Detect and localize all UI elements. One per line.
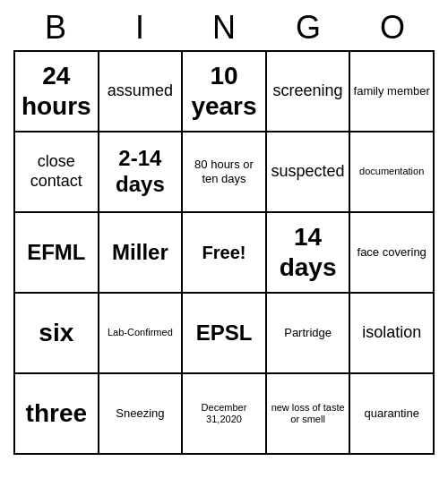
- cell-r3-c4: isolation: [350, 294, 435, 374]
- cell-text-r4-c0: three: [26, 398, 87, 429]
- cell-r2-c0: EFML: [15, 213, 99, 294]
- cell-text-r1-c2: 80 hours or ten days: [185, 158, 263, 185]
- cell-text-r2-c1: Miller: [112, 240, 168, 266]
- cell-r1-c4: documentation: [350, 132, 435, 213]
- cell-r2-c1: Miller: [99, 213, 184, 294]
- cell-r0-c4: family member: [350, 52, 435, 132]
- cell-r4-c0: three: [15, 374, 99, 455]
- cell-text-r1-c3: suspected: [271, 162, 345, 182]
- cell-text-r3-c3: Partridge: [284, 326, 332, 340]
- cell-text-r0-c0: 24 hours: [18, 61, 95, 121]
- cell-text-r4-c4: quarantine: [364, 406, 418, 421]
- cell-r4-c4: quarantine: [350, 374, 435, 455]
- cell-text-r0-c2: 10 years: [185, 61, 263, 121]
- cell-text-r4-c1: Sneezing: [116, 406, 164, 421]
- cell-r4-c3: new loss of taste or smell: [267, 374, 351, 455]
- cell-text-r3-c0: six: [39, 318, 73, 348]
- cell-text-r3-c4: isolation: [362, 323, 421, 343]
- cell-text-r1-c4: documentation: [359, 166, 424, 177]
- header-letter-g: G: [269, 9, 348, 47]
- cell-r2-c3: 14 days: [267, 213, 351, 294]
- cell-text-r2-c3: 14 days: [270, 222, 347, 282]
- cell-r3-c0: six: [15, 294, 99, 374]
- cell-r3-c1: Lab-Confirmed: [99, 294, 184, 374]
- cell-text-r0-c1: assumed: [108, 81, 173, 101]
- cell-r0-c3: screening: [267, 52, 351, 132]
- cell-r1-c2: 80 hours or ten days: [183, 132, 267, 213]
- cell-text-r3-c1: Lab-Confirmed: [108, 327, 173, 338]
- cell-r4-c2: December 31,2020: [183, 374, 267, 455]
- cell-r2-c2: Free!: [183, 213, 267, 294]
- cell-r0-c0: 24 hours: [15, 52, 99, 132]
- cell-text-r4-c3: new loss of taste or smell: [270, 402, 347, 425]
- cell-r2-c4: face covering: [350, 213, 435, 294]
- cell-text-r2-c4: face covering: [358, 245, 426, 260]
- header-letter-n: N: [185, 9, 263, 47]
- cell-text-r1-c1: 2-14 days: [102, 146, 179, 198]
- header-letter-o: O: [353, 9, 432, 47]
- cell-r1-c3: suspected: [267, 132, 351, 213]
- cell-r0-c2: 10 years: [183, 52, 267, 132]
- cell-text-r0-c4: family member: [354, 84, 430, 98]
- cell-r4-c1: Sneezing: [99, 374, 184, 455]
- bingo-grid: 24 hoursassumed10 yearsscreeningfamily m…: [13, 50, 435, 455]
- cell-r0-c1: assumed: [99, 52, 184, 132]
- header-letter-i: I: [100, 9, 179, 47]
- cell-text-r3-c2: EPSL: [196, 320, 253, 346]
- cell-text-r2-c2: Free!: [202, 242, 246, 263]
- cell-text-r4-c2: December 31,2020: [185, 402, 263, 425]
- cell-r3-c2: EPSL: [183, 294, 267, 374]
- cell-text-r2-c0: EFML: [27, 240, 85, 266]
- header-letter-b: B: [16, 9, 95, 47]
- cell-r1-c0: close contact: [15, 132, 99, 213]
- cell-text-r0-c3: screening: [273, 81, 343, 101]
- cell-r3-c3: Partridge: [267, 294, 351, 374]
- cell-text-r1-c0: close contact: [18, 152, 95, 191]
- bingo-header: BINGO: [13, 9, 435, 47]
- cell-r1-c1: 2-14 days: [99, 132, 184, 213]
